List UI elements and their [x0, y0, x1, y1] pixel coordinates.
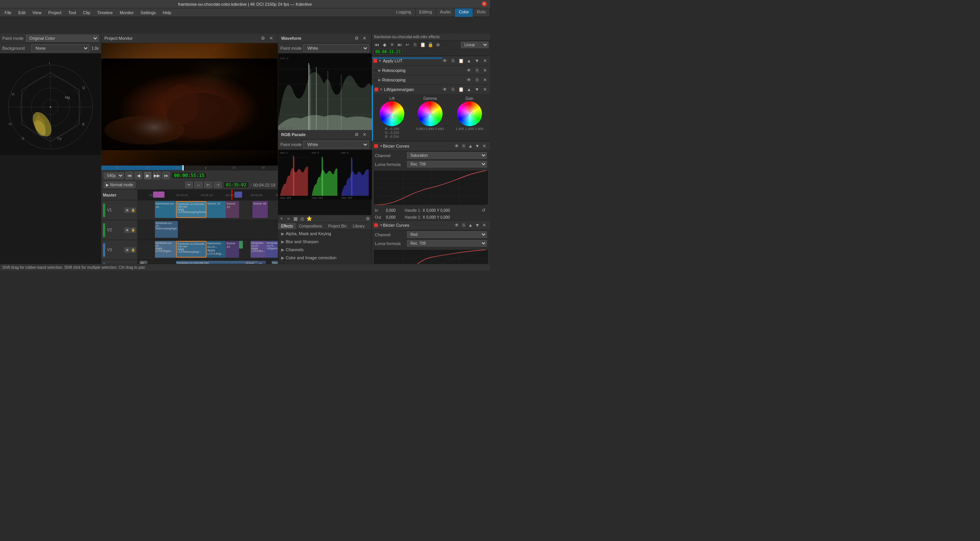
waveform-close-btn[interactable]: ✕	[361, 35, 368, 42]
lgg-copy-btn[interactable]: ⎘	[449, 86, 456, 93]
menu-timeline[interactable]: Timeline	[94, 10, 116, 16]
bezier-red-channel-select[interactable]: Red Saturation Green Blue	[407, 231, 487, 238]
master-clip-2[interactable]	[234, 192, 242, 198]
bezier-red-caret[interactable]: ▼	[379, 223, 383, 227]
lift-wheel[interactable]	[379, 101, 404, 126]
kf-timeline[interactable]	[372, 56, 490, 56]
bezier-red-del-btn[interactable]: ✕	[481, 222, 488, 229]
master-clip-1[interactable]	[153, 192, 164, 198]
lgg-paste-btn[interactable]: 📋	[457, 86, 464, 93]
menu-settings[interactable]: Settings	[138, 10, 159, 16]
play-btn[interactable]: ▶	[144, 172, 151, 179]
bezier-red-down-btn[interactable]: ▼	[474, 222, 481, 229]
close-button[interactable]: ✕	[482, 1, 487, 6]
bezier-sat-luma-select[interactable]: Rec. 709 Rec. 601	[407, 161, 487, 167]
gain-wheel[interactable]	[457, 101, 482, 126]
sat-reset-btn[interactable]: ↺	[480, 207, 487, 214]
kf-zoom-btn[interactable]: ⊕	[435, 41, 441, 48]
tl-trim-btn[interactable]: ⊢	[204, 182, 212, 188]
paint-mode-select[interactable]: Original Color	[26, 35, 99, 42]
bezier-red-copy-btn[interactable]: ⎘	[460, 222, 467, 229]
v1-content[interactable]: framboise-ou-ch... framboise-ou-chocolat…	[138, 200, 278, 220]
v3-clip-6[interactable]: framboise-ou-ch...Lift/gamma/gain...	[266, 241, 278, 258]
roto1-caret[interactable]: ▶	[378, 68, 381, 72]
tl-arrow-btn[interactable]: ↔	[194, 182, 203, 188]
v3-clip-4[interactable]: Scene 15	[226, 241, 239, 258]
bezier-sat-down-btn[interactable]: ▼	[474, 143, 481, 149]
effect-blur-sharpen[interactable]: ▶Blur and Sharpen	[278, 238, 371, 246]
v3-clip-3[interactable]: framboise-ou-ch...Apply LUT/Lift/gi...	[207, 241, 226, 258]
bezier-sat-copy-btn[interactable]: ⎘	[460, 143, 467, 149]
monitor-scrubber[interactable]: -45 -30 -15 | 15 30	[101, 166, 278, 170]
tl-splice-btn[interactable]: ⊣	[214, 182, 222, 188]
scope-add-btn[interactable]: +	[278, 215, 285, 222]
master-content[interactable]: 00:29:00 00:33:20 00:38:16 00:43:12 00:4…	[138, 190, 278, 200]
bezier-sat-channel-select[interactable]: Saturation Red Green Blue	[407, 152, 487, 159]
lgg-eye-btn[interactable]: 👁	[441, 86, 448, 93]
kf-lock-btn[interactable]: 🔒	[427, 41, 434, 48]
v3-screen-badge[interactable]	[239, 241, 243, 249]
roto1-copy-btn[interactable]: ⎘	[474, 67, 480, 74]
bezier-sat-del-btn[interactable]: ✕	[481, 143, 488, 149]
kf-next-btn[interactable]: ⏭	[396, 41, 403, 48]
bezier-red-luma-select[interactable]: Rec. 709	[407, 240, 487, 247]
monitor-close-btn[interactable]: ✕	[268, 35, 275, 42]
playhead-handle[interactable]	[182, 165, 184, 171]
effect-color-correction[interactable]: ▶Color and Image correction	[278, 254, 371, 262]
tab-color[interactable]: Color	[455, 8, 473, 17]
menu-edit[interactable]: Edit	[15, 10, 29, 16]
waveform-settings-btn[interactable]: ⚙	[353, 35, 360, 42]
bezier-red-up-btn[interactable]: ▲	[467, 222, 474, 229]
v2-content[interactable]: framboise-ou-ch...Rotoscoping/Appl...	[138, 220, 278, 240]
effect-channels[interactable]: ▶Channels	[278, 246, 371, 254]
waveform-paint-select[interactable]: White	[303, 44, 369, 52]
lut-caret[interactable]: ▼	[378, 59, 382, 63]
rgb-close-btn[interactable]: ✕	[361, 131, 368, 138]
scope-rgb-btn[interactable]: ▦	[292, 215, 299, 222]
bezier-red-eye-btn[interactable]: 👁	[453, 222, 460, 229]
v1-clip-2[interactable]: framboise-ou-chocolat-edit.mkvApply LUT/…	[176, 201, 207, 218]
menu-view[interactable]: View	[29, 10, 45, 16]
v1-clip-1[interactable]: framboise-ou-ch...	[155, 201, 176, 218]
v3-clip-1[interactable]: framboise-ou-ch...Apply LUT/Lift/gam	[155, 241, 176, 258]
monitor-settings-btn[interactable]: ⚙	[259, 35, 266, 42]
tab-editing[interactable]: Editing	[415, 8, 436, 17]
kf-paste-btn[interactable]: 📋	[419, 41, 426, 48]
roto2-del-btn[interactable]: ✕	[482, 76, 488, 83]
v1-clip-5[interactable]: Scene 18	[252, 201, 268, 218]
v2-clip-1[interactable]: framboise-ou-ch...Rotoscoping/Appl...	[155, 221, 178, 238]
effect-alpha-mask[interactable]: ▶Alpha, Mask and Keying	[278, 230, 371, 238]
next-frame-btn[interactable]: ⏭	[162, 172, 170, 179]
menu-file[interactable]: File	[2, 10, 15, 16]
v2-mute-btn[interactable]: ◉	[124, 227, 130, 233]
roto1-del-btn[interactable]: ✕	[482, 67, 488, 74]
kf-undo-btn[interactable]: ↩	[404, 41, 411, 48]
menu-tool[interactable]: Tool	[65, 10, 79, 16]
tab-library[interactable]: Library	[350, 223, 368, 229]
v3-clip-2[interactable]: framboise-ou-chocolat-edit.mkvApply LUT/…	[176, 241, 207, 258]
kf-interp-select[interactable]: Linear Ease In Ease Out	[461, 42, 488, 48]
gain-handle[interactable]	[470, 111, 472, 114]
kf-del-btn[interactable]: ✕	[389, 41, 396, 48]
lgg-del-btn[interactable]: ✕	[482, 86, 488, 93]
v1-mute-btn[interactable]: ◉	[124, 208, 130, 213]
tab-roto[interactable]: Roto	[473, 8, 490, 17]
resolution-select[interactable]: 540p	[104, 172, 124, 179]
rgb-settings-btn[interactable]: ⚙	[353, 131, 360, 138]
v3-content[interactable]: framboise-ou-ch...Apply LUT/Lift/gam fra…	[138, 240, 278, 260]
step-fwd-btn[interactable]: ▶▶	[153, 172, 161, 179]
scope-vector-btn[interactable]: ◎	[299, 215, 306, 222]
tab-compositions[interactable]: Compositions	[296, 223, 325, 229]
v1-lock-btn[interactable]: 🔒	[130, 208, 136, 213]
bezier-sat-curve[interactable]	[373, 170, 488, 205]
v1-clip-4[interactable]: Scene 15	[226, 201, 239, 218]
kf-add-btn[interactable]: ◆	[381, 41, 388, 48]
bezier-sat-eye-btn[interactable]: 👁	[453, 143, 460, 149]
roto2-copy-btn[interactable]: ⎘	[474, 76, 480, 83]
kf-copy-btn[interactable]: ⎘	[412, 41, 418, 48]
bezier-sat-up-btn[interactable]: ▲	[467, 143, 474, 149]
roto1-eye-btn[interactable]: 👁	[466, 67, 472, 74]
lgg-caret[interactable]: ▼	[379, 88, 383, 91]
roto2-caret[interactable]: ▶	[378, 78, 381, 82]
menu-clip[interactable]: Clip	[80, 10, 93, 16]
